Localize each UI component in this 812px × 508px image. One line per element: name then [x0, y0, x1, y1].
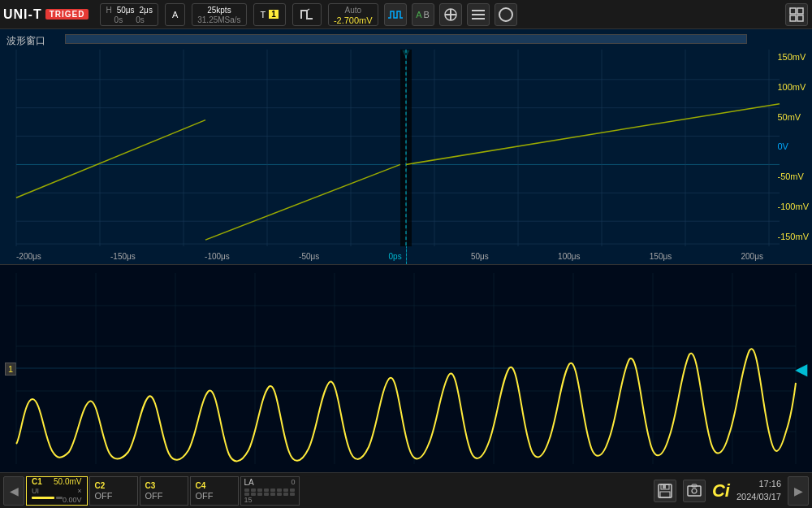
- c3-label: C3: [145, 481, 183, 490]
- main-area: 波形窗口 ▼: [0, 29, 812, 472]
- h-time1: 50μs: [117, 6, 135, 15]
- c2-block[interactable]: C2 OFF: [89, 476, 138, 506]
- save-icon: [657, 483, 673, 499]
- screenshot-icon-btn[interactable]: [683, 480, 706, 502]
- menu-icon: [471, 9, 486, 20]
- c1-coupling: UI: [32, 487, 39, 495]
- trigger-icon-section[interactable]: [292, 3, 322, 26]
- ci-label: Ci: [712, 480, 730, 501]
- c4-block[interactable]: C4 OFF: [190, 476, 239, 506]
- svg-rect-10: [797, 15, 803, 21]
- y-label-50mv: 50mV: [777, 112, 809, 122]
- circle-icon-btn[interactable]: [495, 3, 517, 26]
- la-block[interactable]: LA 0 15: [240, 476, 300, 506]
- la-count: 15: [244, 496, 296, 504]
- x+200: 200μs: [741, 252, 762, 261]
- h-time2: 2μs: [140, 6, 153, 15]
- date-display: 2024/03/17: [736, 491, 781, 503]
- svg-line-38: [205, 164, 400, 240]
- x-100: -100μs: [205, 252, 230, 261]
- c1-label: C1: [32, 477, 42, 486]
- y-label-n150mv: -150mV: [777, 232, 809, 241]
- la-extra: 0: [292, 478, 296, 486]
- x-axis-labels-top: -200μs -150μs -100μs -50μs 0ps 50μs 100μ…: [16, 252, 763, 261]
- brand-uni: UNI-T: [3, 7, 42, 22]
- x-150: -150μs: [110, 252, 136, 261]
- la-dot-4: [264, 488, 269, 492]
- la-dot-5: [270, 488, 275, 492]
- auto-trigger-section[interactable]: Auto -2.700mV: [328, 3, 378, 26]
- ab-b-label: B: [424, 10, 430, 20]
- prev-btn[interactable]: ◀: [3, 476, 24, 506]
- c1-offset: 0.00V: [63, 496, 82, 504]
- la-dot-3: [257, 488, 262, 492]
- datetime: 17:16 2024/03/17: [736, 478, 781, 503]
- y-label-150mv: 150mV: [777, 52, 809, 62]
- x+100: 100μs: [558, 252, 580, 261]
- trigger-val: -2.700mV: [334, 15, 373, 25]
- svg-rect-9: [790, 15, 796, 21]
- c2-state: OFF: [95, 491, 132, 501]
- kpts: 25kpts: [207, 6, 231, 15]
- la-label: LA: [244, 478, 254, 487]
- t-label: T: [261, 10, 266, 20]
- la-dot-2: [251, 488, 256, 492]
- h-section[interactable]: H 50μs 2μs 0s 0s: [100, 3, 158, 26]
- x-200: -200μs: [16, 252, 41, 261]
- svg-point-6: [499, 8, 512, 21]
- ab-label: A: [416, 10, 421, 20]
- svg-rect-7: [790, 8, 796, 14]
- svg-line-37: [16, 120, 205, 198]
- menu-icon-btn[interactable]: [467, 3, 490, 26]
- bottom-bar: ◀ C1 50.0mV UI × 0.00V C2 OFF C3 OFF C4: [0, 472, 812, 508]
- y-label-n50mv: -50mV: [777, 172, 809, 181]
- waveform-bottom: 1 ◀: [0, 265, 812, 472]
- h-sub2: 0s: [136, 15, 145, 25]
- auto-label: Auto: [344, 6, 361, 15]
- x+150: 150μs: [650, 252, 672, 261]
- c1-block[interactable]: C1 50.0mV UI × 0.00V: [26, 476, 88, 506]
- x-50: -50μs: [299, 252, 319, 261]
- c1-indicator: [56, 497, 63, 499]
- x-0: 0ps: [389, 252, 402, 261]
- save-icon-btn[interactable]: [654, 480, 676, 502]
- bottom-right: Ci 17:16 2024/03/17 ▶: [654, 476, 809, 506]
- ab-icon-btn[interactable]: A B: [412, 3, 434, 26]
- waveform-top: 波形窗口 ▼: [0, 29, 812, 265]
- la-dot-8: [290, 488, 295, 492]
- waveform-icon: [387, 8, 404, 21]
- svg-rect-59: [663, 485, 666, 488]
- sample-section[interactable]: 25kpts 31.25MSa/s: [192, 3, 246, 26]
- grid-icon: [789, 7, 804, 22]
- a-section[interactable]: A: [165, 3, 185, 26]
- triged-badge: TRIGED: [45, 9, 89, 20]
- x+50: 50μs: [471, 252, 489, 261]
- cross-icon: [443, 7, 458, 22]
- next-btn[interactable]: ▶: [788, 476, 809, 506]
- c2-label: C2: [95, 481, 132, 490]
- svg-rect-58: [660, 492, 670, 497]
- screenshot-icon: [686, 483, 702, 499]
- la-dot-7: [283, 488, 288, 492]
- sample-rate: 31.25MSa/s: [197, 15, 240, 25]
- svg-point-61: [692, 488, 697, 493]
- a-label: A: [172, 10, 178, 20]
- cross-icon-btn[interactable]: [439, 3, 462, 26]
- top-bar: UNI-T TRIGED H 50μs 2μs 0s 0s A 25kpts 3…: [0, 0, 812, 29]
- circle-icon: [498, 7, 514, 23]
- c1-color-bar: [32, 497, 54, 499]
- brand-logo: UNI-T TRIGED: [3, 7, 89, 22]
- top-waveform-svg: [0, 29, 812, 264]
- svg-line-39: [406, 104, 780, 165]
- t-section[interactable]: T 1: [253, 3, 286, 26]
- c4-label: C4: [196, 481, 233, 490]
- waveform-icon-btn[interactable]: [384, 3, 407, 26]
- c3-state: OFF: [145, 491, 183, 501]
- svg-rect-60: [688, 486, 701, 496]
- grid-icon-btn[interactable]: [785, 3, 808, 26]
- time-display: 17:16: [736, 478, 781, 490]
- t-num: 1: [269, 10, 279, 19]
- c4-state: OFF: [196, 491, 233, 501]
- c3-block[interactable]: C3 OFF: [140, 476, 188, 506]
- h-label: H: [106, 6, 111, 15]
